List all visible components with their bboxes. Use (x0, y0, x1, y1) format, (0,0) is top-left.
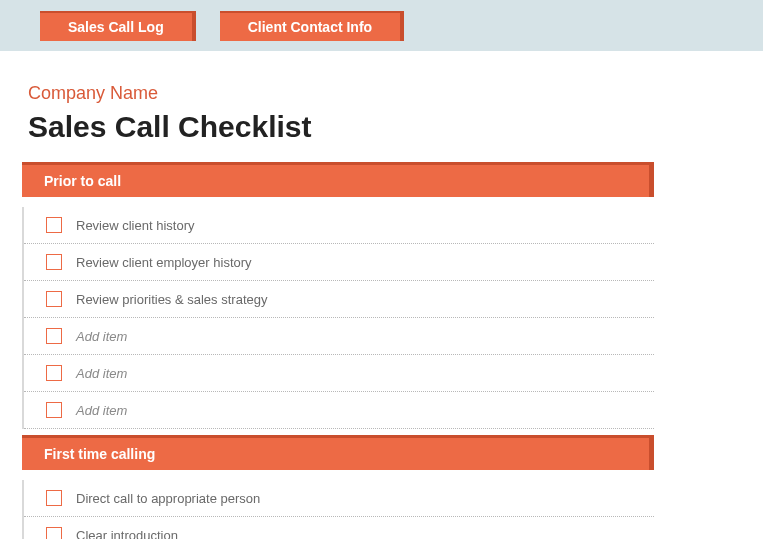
item-label[interactable]: Add item (76, 366, 127, 381)
company-name: Company Name (28, 83, 763, 104)
list-item: Review priorities & sales strategy (24, 281, 654, 318)
header-block: Company Name Sales Call Checklist (0, 51, 763, 144)
sections-container: Prior to call Review client history Revi… (0, 144, 700, 539)
item-label[interactable]: Add item (76, 403, 127, 418)
item-label[interactable]: Clear introduction (76, 528, 178, 540)
item-list: Direct call to appropriate person Clear … (22, 480, 700, 539)
item-label[interactable]: Review client history (76, 218, 195, 233)
section-title: Prior to call (44, 173, 121, 189)
item-label[interactable]: Direct call to appropriate person (76, 491, 260, 506)
section-header: Prior to call (22, 162, 654, 197)
list-item: Direct call to appropriate person (24, 480, 654, 517)
checkbox[interactable] (46, 490, 62, 506)
item-label[interactable]: Add item (76, 329, 127, 344)
page-title: Sales Call Checklist (28, 110, 763, 144)
list-item: Review client employer history (24, 244, 654, 281)
tab-label: Client Contact Info (248, 19, 372, 35)
checkbox[interactable] (46, 328, 62, 344)
list-item: Add item (24, 318, 654, 355)
top-bar: Sales Call Log Client Contact Info (0, 0, 763, 51)
checkbox[interactable] (46, 365, 62, 381)
section-title: First time calling (44, 446, 155, 462)
section-header: First time calling (22, 435, 654, 470)
checkbox[interactable] (46, 217, 62, 233)
item-label[interactable]: Review priorities & sales strategy (76, 292, 267, 307)
checkbox[interactable] (46, 254, 62, 270)
item-list: Review client history Review client empl… (22, 207, 700, 429)
list-item: Clear introduction (24, 517, 654, 539)
section-first-time-calling: First time calling Direct call to approp… (22, 435, 700, 539)
list-item: Add item (24, 355, 654, 392)
list-item: Add item (24, 392, 654, 429)
checkbox[interactable] (46, 291, 62, 307)
tab-sales-call-log[interactable]: Sales Call Log (40, 11, 196, 41)
section-prior-to-call: Prior to call Review client history Revi… (22, 162, 700, 429)
checkbox[interactable] (46, 527, 62, 539)
list-item: Review client history (24, 207, 654, 244)
tab-client-contact-info[interactable]: Client Contact Info (220, 11, 404, 41)
item-label[interactable]: Review client employer history (76, 255, 252, 270)
tab-label: Sales Call Log (68, 19, 164, 35)
checkbox[interactable] (46, 402, 62, 418)
